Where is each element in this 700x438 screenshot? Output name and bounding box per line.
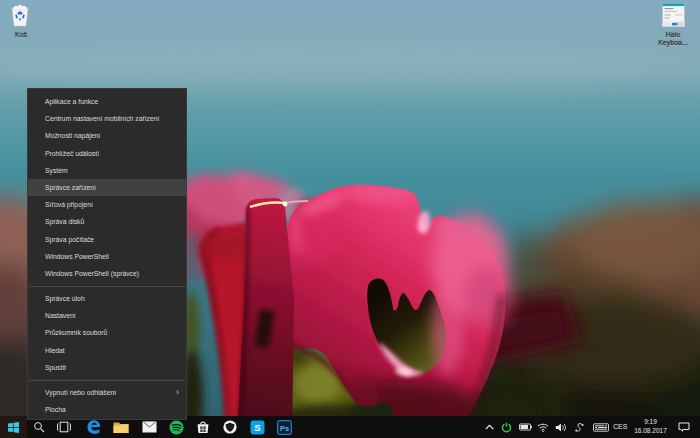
svg-text:S: S xyxy=(254,422,260,433)
svg-text:Ps: Ps xyxy=(279,423,288,432)
